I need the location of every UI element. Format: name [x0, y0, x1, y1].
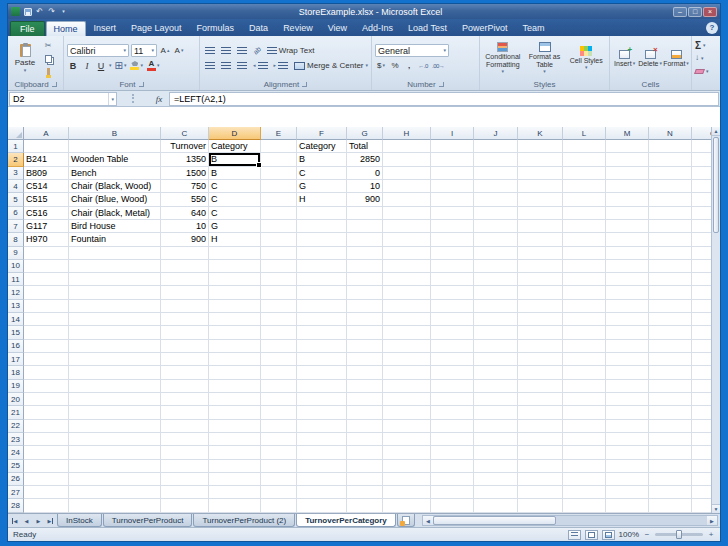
cell-C11[interactable]: [161, 273, 209, 286]
cell-M16[interactable]: [606, 340, 649, 353]
maximize-button[interactable]: □: [688, 7, 702, 17]
row-header-1[interactable]: 1: [8, 140, 24, 153]
minimize-button[interactable]: –: [673, 7, 687, 17]
cell-E3[interactable]: [261, 167, 297, 180]
cell-B20[interactable]: [69, 393, 161, 406]
cell-A8[interactable]: H970: [24, 233, 69, 246]
insert-function-button[interactable]: fx: [149, 94, 169, 104]
row-header-18[interactable]: 18: [8, 366, 24, 379]
help-icon[interactable]: ?: [706, 22, 718, 34]
column-header-I[interactable]: I: [431, 127, 474, 140]
cell-A20[interactable]: [24, 393, 69, 406]
cell-O19[interactable]: [692, 380, 711, 393]
cell-D13[interactable]: [209, 300, 261, 313]
cell-H25[interactable]: [383, 460, 431, 473]
cell-J10[interactable]: [474, 260, 518, 273]
cell-F28[interactable]: [297, 499, 347, 512]
cell-L20[interactable]: [563, 393, 606, 406]
cell-E13[interactable]: [261, 300, 297, 313]
cell-D2[interactable]: B: [209, 153, 261, 166]
font-name-select[interactable]: Calibri ▾: [67, 44, 129, 57]
cell-I19[interactable]: [431, 380, 474, 393]
row-header-8[interactable]: 8: [8, 233, 24, 246]
cell-B7[interactable]: Bird House: [69, 220, 161, 233]
cell-O24[interactable]: [692, 446, 711, 459]
cell-I16[interactable]: [431, 340, 474, 353]
cell-L22[interactable]: [563, 420, 606, 433]
cell-B16[interactable]: [69, 340, 161, 353]
cell-F11[interactable]: [297, 273, 347, 286]
cell-L13[interactable]: [563, 300, 606, 313]
ribbon-tab-home[interactable]: Home: [46, 21, 86, 36]
cell-B2[interactable]: Wooden Table: [69, 153, 161, 166]
cell-M18[interactable]: [606, 366, 649, 379]
cell-I9[interactable]: [431, 247, 474, 260]
cell-H3[interactable]: [383, 167, 431, 180]
cell-K22[interactable]: [518, 420, 563, 433]
cell-A15[interactable]: [24, 326, 69, 339]
cell-F23[interactable]: [297, 433, 347, 446]
cell-E7[interactable]: [261, 220, 297, 233]
cell-K24[interactable]: [518, 446, 563, 459]
cell-F22[interactable]: [297, 420, 347, 433]
cell-E21[interactable]: [261, 406, 297, 419]
cell-E15[interactable]: [261, 326, 297, 339]
cell-B17[interactable]: [69, 353, 161, 366]
ribbon-tab-load-test[interactable]: Load Test: [401, 21, 454, 36]
cell-M25[interactable]: [606, 460, 649, 473]
clear-button[interactable]: ▾: [695, 65, 709, 77]
align-top-button[interactable]: [203, 44, 217, 57]
cell-B12[interactable]: [69, 286, 161, 299]
cell-O13[interactable]: [692, 300, 711, 313]
row-header-21[interactable]: 21: [8, 406, 24, 419]
cell-M13[interactable]: [606, 300, 649, 313]
horizontal-scrollbar[interactable]: ◀ ▶: [422, 515, 718, 526]
conditional-formatting-button[interactable]: Conditional Formatting ▾: [483, 37, 523, 79]
row-header-16[interactable]: 16: [8, 340, 24, 353]
paste-button[interactable]: Paste ▾: [11, 37, 39, 79]
cell-L4[interactable]: [563, 180, 606, 193]
cell-N4[interactable]: [649, 180, 692, 193]
cell-N1[interactable]: [649, 140, 692, 153]
cell-H6[interactable]: [383, 207, 431, 220]
cell-O6[interactable]: [692, 207, 711, 220]
cell-G16[interactable]: [347, 340, 383, 353]
cell-N28[interactable]: [649, 499, 692, 512]
cell-M5[interactable]: [606, 193, 649, 206]
cell-L9[interactable]: [563, 247, 606, 260]
cell-H7[interactable]: [383, 220, 431, 233]
first-sheet-button[interactable]: ◀: [9, 515, 20, 526]
cell-C20[interactable]: [161, 393, 209, 406]
cell-C3[interactable]: 1500: [161, 167, 209, 180]
cell-A24[interactable]: [24, 446, 69, 459]
cell-E4[interactable]: [261, 180, 297, 193]
cell-C22[interactable]: [161, 420, 209, 433]
cell-L19[interactable]: [563, 380, 606, 393]
cell-G8[interactable]: [347, 233, 383, 246]
name-box-dropdown-icon[interactable]: ▾: [108, 93, 116, 105]
cell-N17[interactable]: [649, 353, 692, 366]
cell-O12[interactable]: [692, 286, 711, 299]
cell-A16[interactable]: [24, 340, 69, 353]
cell-L23[interactable]: [563, 433, 606, 446]
save-button[interactable]: [23, 7, 32, 17]
insert-cells-button[interactable]: + Insert▾: [613, 37, 636, 79]
cell-N19[interactable]: [649, 380, 692, 393]
cell-A13[interactable]: [24, 300, 69, 313]
underline-dropdown-icon[interactable]: ▾: [109, 63, 112, 68]
cell-G7[interactable]: [347, 220, 383, 233]
cell-E12[interactable]: [261, 286, 297, 299]
cell-O27[interactable]: [692, 486, 711, 499]
horizontal-scroll-track[interactable]: [433, 516, 707, 525]
cell-E20[interactable]: [261, 393, 297, 406]
cell-I6[interactable]: [431, 207, 474, 220]
file-tab[interactable]: File: [10, 21, 45, 36]
cell-O11[interactable]: [692, 273, 711, 286]
cell-G19[interactable]: [347, 380, 383, 393]
cell-D9[interactable]: [209, 247, 261, 260]
wrap-text-button[interactable]: Wrap Text: [265, 44, 317, 57]
cell-B21[interactable]: [69, 406, 161, 419]
cell-G9[interactable]: [347, 247, 383, 260]
cell-I27[interactable]: [431, 486, 474, 499]
cell-K12[interactable]: [518, 286, 563, 299]
